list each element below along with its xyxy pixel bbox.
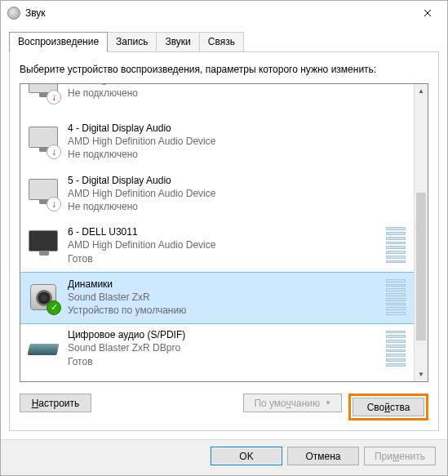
disconnected-icon: ↓ [47,90,61,105]
scroll-thumb[interactable] [416,193,426,341]
tab-1[interactable]: Запись [107,32,157,51]
device-icon: ↓ [27,125,60,158]
device-name: 4 - Digital Display Audio [68,122,407,135]
disconnected-icon: ↓ [47,145,61,159]
panel-buttons: Настроить По умоччанию ▼ Свойства [20,394,428,420]
device-row[interactable]: ↓4 - Digital Display AudioAMD High Defin… [20,117,414,169]
properties-highlight: Свойства [348,394,428,420]
device-driver: Sound Blaster ZxR [68,291,378,304]
device-driver: AMD High Definition Audio Device [68,238,378,251]
level-meter [386,279,406,315]
tab-0[interactable]: Воспроизведение [9,32,108,52]
device-status: Устройство по умолчанию [68,304,378,317]
tab-panel-playback: Выберите устройство воспроизведения, пар… [9,51,439,431]
device-icon: ✓ [27,281,60,314]
device-driver: AMD High Definition Audio Device [68,135,407,148]
device-row[interactable]: Цифровое аудио (S/PDIF)Sound Blaster ZxR… [20,323,414,376]
instruction-text: Выберите устройство воспроизведения, пар… [20,64,428,75]
sound-dialog: Звук ВоспроизведениеЗаписьЗвукиСвязь Выб… [0,0,448,476]
ok-button[interactable]: OK [211,447,282,465]
configure-button[interactable]: Настроить [20,394,91,412]
device-text: 4 - Digital Display AudioAMD High Defini… [68,122,407,162]
tab-2[interactable]: Звуки [156,32,199,51]
device-name: Динамики [68,278,378,291]
disconnected-icon: ↓ [47,197,61,211]
level-meter [386,227,406,263]
dialog-body: ВоспроизведениеЗаписьЗвукиСвязь Выберите… [1,25,447,439]
device-icon [27,332,60,365]
device-status: Не подключено [68,148,407,161]
device-icon [27,229,60,261]
device-text: 6 - DELL U3011AMD High Definition Audio … [68,225,378,265]
close-icon [424,9,432,17]
device-text: Цифровое аудио (S/PDIF)Sound Blaster ZxR… [68,328,378,368]
device-status: Готов [68,355,378,368]
set-default-button[interactable]: По умоччанию ▼ [243,394,342,412]
app-icon [7,7,20,20]
scroll-up-button[interactable]: ▲ [415,84,428,98]
apply-button[interactable]: Применить [364,447,436,465]
device-row[interactable]: ↓5 - Digital Display AudioAMD High Defin… [20,169,414,221]
device-list-inner: ↓AMD High Definition Audio DeviceНе подк… [20,84,414,381]
scroll-track[interactable] [415,98,428,367]
tabstrip: ВоспроизведениеЗаписьЗвукиСвязь [9,32,439,51]
device-listbox[interactable]: ↓AMD High Definition Audio DeviceНе подк… [20,83,428,382]
dialog-buttons: OK Отмена Применить [1,439,447,475]
device-status: Готов [68,252,378,265]
level-meter [386,331,406,367]
titlebar: Звук [1,1,447,25]
device-name: Цифровое аудио (S/PDIF) [68,328,378,341]
window-title: Звук [25,7,409,19]
properties-button[interactable]: Свойства [353,398,424,416]
scrollbar[interactable]: ▲ ▼ [414,84,428,381]
device-name: 5 - Digital Display Audio [68,174,407,187]
device-driver: Sound Blaster ZxR DBpro [68,341,378,354]
scroll-down-button[interactable]: ▼ [415,367,428,381]
device-text: 5 - Digital Display AudioAMD High Defini… [68,174,407,214]
device-status: Не подключено [68,87,407,100]
default-check-icon: ✓ [47,300,61,315]
device-icon: ↓ [27,177,60,210]
device-status: Не подключено [68,200,407,213]
device-text: AMD High Definition Audio DeviceНе подкл… [68,84,407,100]
device-name: 6 - DELL U3011 [68,225,378,238]
device-icon: ↓ [27,84,60,103]
close-button[interactable] [409,2,446,25]
device-driver: AMD High Definition Audio Device [68,187,407,200]
cancel-button[interactable]: Отмена [287,447,359,465]
tab-3[interactable]: Связь [199,32,244,51]
device-row[interactable]: ✓ДинамикиSound Blaster ZxRУстройство по … [20,272,414,325]
device-text: ДинамикиSound Blaster ZxRУстройство по у… [68,278,378,318]
device-row[interactable]: 6 - DELL U3011AMD High Definition Audio … [20,220,414,273]
device-row[interactable]: ↓AMD High Definition Audio DeviceНе подк… [20,84,414,117]
